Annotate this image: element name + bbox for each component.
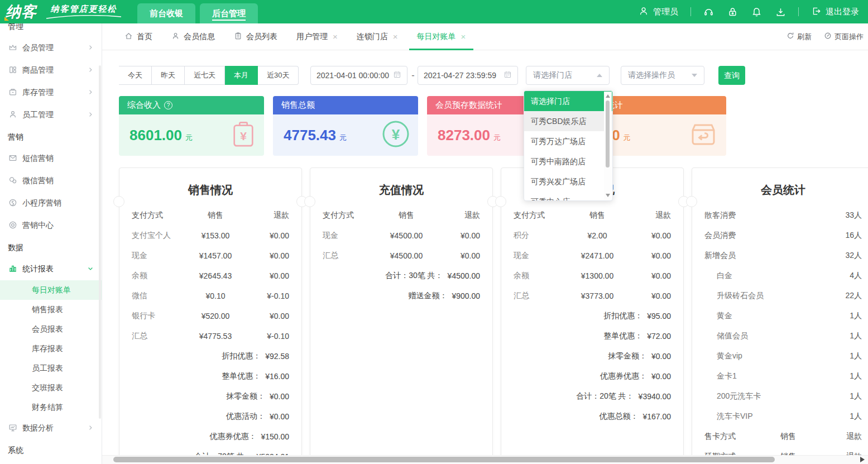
scrollbar-thumb[interactable]	[113, 457, 775, 462]
table-row: 积分 ¥2.00 ¥0.00	[514, 226, 671, 246]
scrollbar-thumb[interactable]	[606, 101, 610, 168]
sidebar-item-staff-report[interactable]: 员工报表	[0, 358, 102, 378]
store-option[interactable]: 可秀中心店	[524, 192, 612, 201]
envelope-icon	[8, 154, 17, 164]
chevron-right-icon	[87, 66, 94, 75]
support-headset-icon[interactable]	[703, 7, 714, 17]
summary-row: 赠送金额： ¥900.00	[323, 286, 480, 306]
logout-icon	[811, 6, 821, 18]
panel-title: 销售情况	[119, 183, 301, 198]
table-header: 支付方式 销售 退款	[323, 205, 480, 226]
sidebar-item-inventory-manage[interactable]: 库存管理	[0, 82, 102, 104]
scroll-down-icon[interactable]	[606, 194, 610, 197]
member-stat-row: 储值会员 1人	[704, 326, 862, 346]
search-button[interactable]: 查询	[718, 66, 745, 85]
refresh-button[interactable]: 刷新	[787, 32, 812, 42]
table-header: 支付方式 销售 退款	[514, 205, 671, 226]
logo-text: 纳客	[6, 2, 37, 22]
lock-icon[interactable]	[727, 7, 738, 17]
store-option[interactable]: 可秀中南路的店	[524, 151, 612, 171]
sidebar-item-wechat-marketing[interactable]: 微信营销	[0, 170, 102, 192]
panel-title: 充值情况	[310, 183, 492, 198]
sidebar-item-data-analysis[interactable]: 数据分析	[0, 417, 102, 439]
tab-chain-stores[interactable]: 连锁门店 ×	[357, 23, 398, 50]
summary-row: 整单优惠： ¥16.00	[132, 366, 289, 386]
quick-range-button[interactable]: 近七天	[185, 66, 225, 85]
card-unit: 元	[185, 133, 193, 143]
logout-button[interactable]: 退出登录	[811, 6, 859, 18]
sidebar-item-goods-manage[interactable]: 商品管理	[0, 59, 102, 82]
page-tabbar: 首页 会员信息 会员列表 用户管理 × 连锁门店 × 每日对账单 × 刷新	[102, 23, 868, 50]
clock-icon	[824, 32, 832, 41]
tab-user-manage[interactable]: 用户管理 ×	[296, 23, 338, 50]
tab-member-info[interactable]: 会员信息	[171, 23, 215, 50]
card-unit: 元	[339, 133, 347, 143]
svg-text:¥: ¥	[392, 126, 400, 143]
sidebar-item-finance-settlement[interactable]: 财务结算	[0, 398, 102, 417]
quick-range-button[interactable]: 今天	[119, 66, 152, 85]
top-header: 纳客 纳客管店更轻松 前台收银 后台管理 管理员 退	[0, 0, 868, 23]
summary-row: 优惠活动： ¥0.00	[132, 406, 289, 427]
store-option[interactable]: 请选择门店	[524, 91, 612, 111]
page-ops-button[interactable]: 页面操作	[824, 32, 864, 42]
chevron-right-icon	[87, 88, 94, 97]
close-icon[interactable]: ×	[333, 32, 338, 41]
sidebar-item-staff-manage[interactable]: 员工管理	[0, 104, 102, 126]
summary-row: 折扣优惠： ¥95.00	[514, 306, 671, 326]
header-nav-tabs: 前台收银 后台管理	[137, 0, 258, 23]
app-window: 纳客 纳客管店更轻松 前台收银 后台管理 管理员 退	[0, 0, 868, 464]
nav-tab-frontdesk[interactable]: 前台收银	[137, 3, 195, 23]
table-row: 汇总 ¥4775.53 ¥-0.10	[132, 326, 289, 346]
quick-range-button[interactable]: 昨天	[152, 66, 185, 85]
sidebar-item-daily-statement[interactable]: 每日对账单	[0, 280, 102, 300]
download-icon[interactable]	[775, 7, 786, 17]
sidebar-item-marketing-center[interactable]: 营销中心	[0, 214, 102, 237]
table-row: 余额 ¥1300.00 ¥0.00	[514, 266, 671, 286]
end-date-input[interactable]: 2021-04-27 23:59:59	[418, 66, 518, 85]
store-option[interactable]: 可秀万达广场店	[524, 131, 612, 151]
sidebar-item-stats-report[interactable]: 统计报表	[0, 258, 102, 280]
bell-icon[interactable]	[751, 7, 762, 17]
sidebar-item-member-manage[interactable]: 会员管理	[0, 37, 102, 59]
quick-range-button[interactable]: 本月	[225, 66, 258, 85]
sidebar-item-inventory-report[interactable]: 库存报表	[0, 339, 102, 358]
table-row: 支付宝个人 ¥153.00 ¥0.00	[132, 226, 289, 246]
tab-member-list[interactable]: 会员列表	[234, 23, 277, 50]
sidebar-item-member-report[interactable]: 会员报表	[0, 319, 102, 339]
caret-down-icon	[692, 74, 697, 77]
quick-range-button[interactable]: 近30天	[258, 66, 299, 85]
start-date-input[interactable]: 2021-04-01 00:00:00	[310, 66, 407, 85]
divider	[690, 7, 691, 16]
store-option[interactable]: 可秀CBD娱乐店	[524, 111, 612, 131]
user-icon	[639, 6, 649, 18]
scroll-up-icon[interactable]	[606, 94, 610, 98]
current-user[interactable]: 管理员	[639, 6, 678, 18]
panel-recharge: 充值情况 支付方式 销售 退款 现金 ¥4500.00 ¥0.00	[310, 168, 493, 464]
sidebar-item-sales-report[interactable]: 销售报表	[0, 300, 102, 319]
sidebar-item-sms-marketing[interactable]: 短信营销	[0, 147, 102, 170]
card-value: 8601.00	[130, 114, 182, 156]
table-row: 微信 ¥0.10 ¥-0.10	[132, 286, 289, 306]
bar-chart-icon	[8, 264, 17, 275]
store-option[interactable]: 可秀兴发广场店	[524, 171, 612, 192]
scroll-right-icon[interactable]	[860, 457, 865, 462]
card-value: 4775.43	[284, 114, 336, 156]
summary-row: 抹零金额： ¥0.00	[514, 346, 671, 366]
refresh-icon	[787, 32, 794, 41]
horizontal-scrollbar[interactable]	[102, 455, 868, 464]
member-stat-row: 白金 4人	[704, 266, 862, 286]
sidebar-item-shift-report[interactable]: 交班报表	[0, 378, 102, 398]
panel-notch	[113, 196, 124, 207]
close-icon[interactable]: ×	[461, 32, 466, 41]
tab-home[interactable]: 首页	[124, 23, 152, 50]
tab-daily-statement[interactable]: 每日对账单 ×	[417, 23, 466, 50]
sidebar-item-miniprogram-marketing[interactable]: 小程序营销	[0, 192, 102, 214]
help-icon[interactable]: ?	[164, 101, 172, 109]
operator-select[interactable]: 请选择操作员	[621, 66, 704, 85]
close-icon[interactable]: ×	[393, 32, 398, 41]
nav-tab-backoffice[interactable]: 后台管理	[200, 3, 258, 23]
sidebar-scrollbar[interactable]	[99, 65, 101, 419]
store-select[interactable]: 请选择门店	[526, 66, 610, 85]
card-total-income: 综合收入 ? 8601.00 元 ¥	[119, 96, 264, 156]
dropdown-scrollbar[interactable]	[604, 92, 612, 200]
